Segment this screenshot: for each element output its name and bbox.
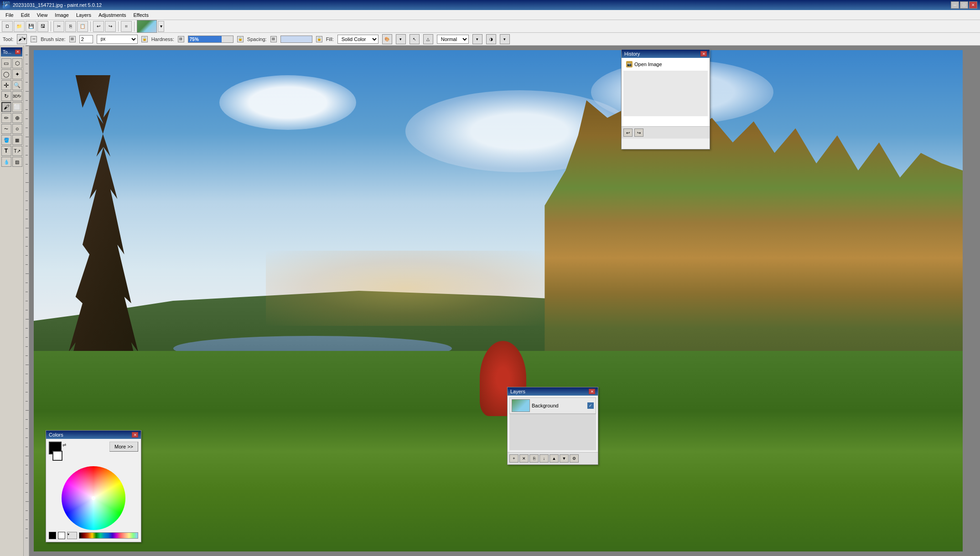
tool-row-4: ↻ 3D↻ [1,91,22,101]
fill-dropdown[interactable]: Solid Color No Fill Gradient [337,35,379,44]
tool-magic-wand[interactable]: ✦ [12,69,22,79]
opacity-dropdown[interactable]: ▾ [500,34,510,44]
brush-size-toggle[interactable]: ⊟ [69,36,76,42]
canvas-image[interactable] [34,50,963,551]
tool-rotate[interactable]: ↻ [1,91,11,101]
menu-edit[interactable]: Edit [17,11,33,19]
color-wheel[interactable] [62,466,125,530]
tool-select-button[interactable]: 🖌▾ [17,34,27,44]
fill-option-3[interactable]: ↖ [410,34,420,44]
layer-merge-button[interactable]: ↓ [539,454,549,463]
layer-item-background[interactable]: Background ✓ [509,397,596,414]
brush-size-dec[interactable]: ─ [31,36,37,42]
opacity-picker[interactable]: ◑ [486,34,496,44]
layer-up-button[interactable]: ▲ [550,454,559,463]
layer-delete-button[interactable]: ✕ [519,454,529,463]
toolbox-title: To... [3,50,11,55]
tool-shapes[interactable]: T↗ [12,146,22,156]
tool-rectangle-select[interactable]: ▭ [1,58,11,68]
tool-blur[interactable]: ⊙ [12,124,22,134]
tool-eraser[interactable]: ⬜ [12,102,22,112]
layers-panel-close[interactable]: ✕ [589,389,595,394]
color-gradient-bar[interactable] [79,532,138,539]
brush-size-lock[interactable]: 🔒 [141,36,148,42]
more-colors-button[interactable]: More >> [109,442,138,452]
color-set-btn[interactable]: ▾ [67,532,77,539]
tool-color-picker[interactable]: 💧 [1,157,11,167]
brush-size-select[interactable]: px [97,35,138,44]
history-panel-close[interactable]: ✕ [700,51,707,57]
history-panel: History ✕ 📷 Open Image ↩ ↪ [621,49,710,149]
tool-clone-stamp[interactable]: ⊕ [12,113,22,123]
thumbnail-dropdown[interactable]: ▾ [158,21,164,32]
spacing-toggle[interactable]: ⊟ [270,36,277,42]
history-item-open-image[interactable]: 📷 Open Image [623,60,708,69]
history-undo-row: ↩ ↪ [622,126,710,139]
tool-gradient[interactable]: ▦ [12,135,22,145]
open-button[interactable]: 📁 [14,21,25,32]
redo-button[interactable]: ↪ [105,21,116,32]
blend-option-1[interactable]: ▾ [472,34,482,44]
fill-option-1[interactable]: 🎨 [382,34,392,44]
toolbox-close[interactable]: ✕ [15,50,21,54]
layer-visibility-check[interactable]: ✓ [587,402,594,409]
tool-pencil[interactable]: ✏ [1,113,11,123]
menu-layers[interactable]: Layers [73,11,95,19]
hardness-slider[interactable]: 75% [188,36,233,43]
undo-button[interactable]: ↩ [93,21,104,32]
tool-zoom[interactable]: 🔍 [12,80,22,90]
history-redo-button[interactable]: ↪ [634,129,643,137]
layer-duplicate-button[interactable]: ⎘ [529,454,539,463]
color-bottom-row: ▾ [49,532,138,539]
tool-3d-rotate[interactable]: 3D↻ [12,91,22,101]
maximize-button[interactable]: □ [960,1,968,9]
history-undo-button[interactable]: ↩ [623,129,633,137]
cut-button[interactable]: ✂ [53,21,64,32]
history-panel-titlebar[interactable]: History ✕ [622,50,710,58]
vertical-ruler [24,46,29,556]
layers-panel-titlebar[interactable]: Layers ✕ [508,387,598,396]
fill-option-2[interactable]: ▾ [396,34,406,44]
canvas-area[interactable]: Colors ✕ ⇌ More >> [24,46,980,556]
menu-adjustments[interactable]: Adjustments [95,11,130,19]
close-button[interactable]: ✕ [969,1,977,9]
save-as-button[interactable]: 🖫 [37,21,48,32]
minimize-button[interactable]: ─ [951,1,959,9]
image-preview-thumbnail[interactable] [137,20,157,33]
white-swatch[interactable] [58,532,65,539]
brush-size-input[interactable] [79,35,93,43]
save-button[interactable]: 💾 [26,21,36,32]
spacing-slider[interactable]: 15% [280,36,312,43]
menu-image[interactable]: Image [51,11,73,19]
tool-color-fill[interactable]: ▨ [12,157,22,167]
paste-button[interactable]: 📋 [77,21,88,32]
menu-effects[interactable]: Effects [130,11,152,19]
toolbar-sep-1 [51,21,51,31]
fill-option-4[interactable]: △ [423,34,433,44]
tool-smudge[interactable]: 〜 [1,124,11,134]
copy-button[interactable]: ⎘ [65,21,76,32]
tool-free-select[interactable]: ⬡ [12,58,22,68]
crop-button[interactable]: ⌗ [121,21,132,32]
cloud-1 [219,75,356,130]
menu-view[interactable]: View [33,11,52,19]
swap-colors-button[interactable]: ⇌ [62,443,66,448]
tool-paintbrush[interactable]: 🖌 [1,102,11,112]
colors-panel-titlebar[interactable]: Colors ✕ [46,431,141,439]
hardness-lock[interactable]: 🔒 [237,36,244,42]
spacing-lock[interactable]: 🔒 [316,36,322,42]
layer-properties-button[interactable]: ⚙ [570,454,579,463]
colors-panel-close[interactable]: ✕ [132,432,138,438]
secondary-color-swatch[interactable] [52,451,62,461]
tool-ellipse-select[interactable]: ◯ [1,69,11,79]
layer-add-button[interactable]: + [509,454,519,463]
layer-down-button[interactable]: ▼ [560,454,569,463]
sunset-glow [266,251,544,326]
title-bar-controls: ─ □ ✕ [951,1,977,9]
tool-text[interactable]: T [1,146,11,156]
hardness-toggle[interactable]: ⊟ [178,36,184,42]
tool-move[interactable]: ✛ [1,80,11,90]
tool-bucket[interactable]: 🪣 [1,135,11,145]
black-swatch[interactable] [49,532,56,539]
blend-mode-dropdown[interactable]: Normal Multiply Screen Overlay [437,35,469,44]
